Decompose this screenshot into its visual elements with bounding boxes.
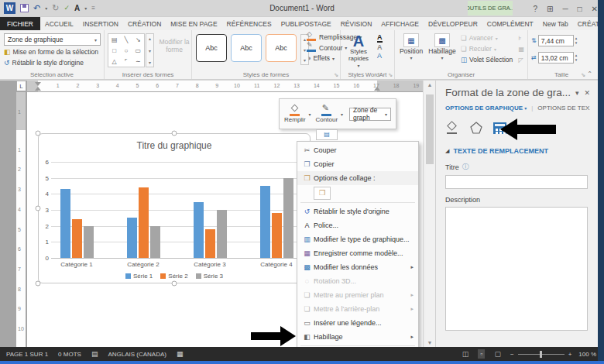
position-button[interactable]: ▦ Position ▾ [398,33,424,60]
mini-toolbar-combo[interactable]: Zone de graph ▾ [349,108,391,121]
menu-item-modifier-le-type-de-graphique[interactable]: ▥Modifier le type de graphique... [297,232,418,246]
scroll-down-icon[interactable]: ▼ [424,340,436,345]
minimize-button[interactable]: ─ [562,5,568,13]
qat-customize-icon[interactable]: ≡ [91,5,95,12]
height-value[interactable]: 7,44 cm [538,35,574,46]
ribbon-tab-révision[interactable]: RÉVISION [336,17,377,30]
effects-pentagon-icon[interactable] [469,121,483,135]
menu-item-copier[interactable]: ❐Copier [297,157,418,171]
vertical-ruler[interactable]: 123456789101 [16,92,26,347]
wordart-qat-icon[interactable]: A [74,5,80,12]
shape-style-1[interactable]: Abc [196,34,227,62]
undo-icon[interactable]: ↶ [33,4,40,12]
chart-element-combo[interactable]: Zone de graphique ▾ [4,33,101,46]
menu-item-r-tablir-le-style-d-origine[interactable]: ↺Rétablir le style d'origine [297,204,418,218]
scroll-up-icon[interactable]: ▴ [149,36,151,41]
ribbon-tab-fichier[interactable]: FICHIER [0,17,40,30]
dialog-launcher-icon[interactable]: ⇘ [581,72,585,78]
scrollbar-thumb[interactable] [426,94,434,164]
scroll-down-icon[interactable]: ▾ [149,48,151,53]
ribbon-tab-new-tab[interactable]: New Tab [538,17,573,30]
width-value[interactable]: 13,02 cm [538,52,574,64]
quick-styles-button[interactable]: A Styles rapides ▾ [343,33,374,68]
menu-item-habillage[interactable]: ◧Habillage▸ [297,330,418,344]
undo-dropdown-icon[interactable]: ▾ [45,5,47,11]
resize-handle-top-left[interactable] [36,131,41,136]
close-button[interactable]: ✕ [592,5,598,13]
ribbon-tab-publipostage[interactable]: PUBLIPOSTAGE [276,17,336,30]
tab-text-options[interactable]: OPTIONS DE TEX... [537,105,590,112]
chevron-down-icon[interactable]: ▾ [341,112,343,117]
ribbon-tab-complément[interactable]: COMPLÉMENT [482,17,538,30]
horizontal-ruler[interactable]: 12345678910111213141516171819 [27,81,423,91]
tab-chart-options[interactable]: OPTIONS DE GRAPHIQUE ▾ [445,105,527,112]
help-button[interactable]: ? [534,5,538,13]
alt-description-input[interactable] [445,207,588,331]
vertical-scrollbar[interactable]: ▲ ▼ [423,81,435,347]
bar-série2-cat2[interactable] [139,187,149,258]
gallery-more-icon[interactable]: ▾ [304,57,306,63]
wordart-qat-dropdown-icon[interactable]: ▾ [84,5,87,11]
zoom-thumb[interactable] [540,351,542,358]
zoom-in-icon[interactable]: + [568,351,572,358]
ribbon-display-button[interactable]: ⊞ [547,5,553,13]
tab-selector[interactable]: L [16,81,26,91]
fill-line-icon[interactable] [445,121,459,135]
pane-close-icon[interactable]: ✕ [584,89,590,97]
restore-button[interactable]: □ [578,5,582,13]
resize-handle-top-center[interactable] [172,131,177,136]
resize-handle-mid-left[interactable] [36,206,41,211]
bar-série1-cat3[interactable] [194,202,204,258]
width-spinner[interactable]: ⇄ 13,02 cm ▴▾ [531,52,577,64]
chart-layout-button[interactable]: ▤ [316,129,338,140]
bar-série2-cat4[interactable] [272,213,282,258]
fill-button[interactable]: Remplir [284,105,306,124]
language-indicator[interactable]: ANGLAIS (CANADA) [108,351,166,358]
read-mode-icon[interactable]: ◫ [460,349,472,359]
textbox-shape-icon[interactable]: ▤ [112,36,118,43]
chart-title[interactable]: Titre du graphique [39,140,310,151]
alt-text-section-header[interactable]: ◢ TEXTE DE REMPLACEMENT [445,147,590,155]
shapes-gallery[interactable]: ▤ ╲ ↘ □ ○ ▭ △ ⌜ ∼ [108,33,145,67]
shapes-gallery-scroll[interactable]: ▴ ▾ ▾ [146,33,154,67]
scroll-up-icon[interactable]: ▲ [424,82,436,88]
zoom-out-icon[interactable]: − [510,351,514,358]
word-count[interactable]: 0 MOTS [58,351,81,358]
menu-item-modifier-les-donn-es[interactable]: ▩Modifier les données▸ [297,260,418,274]
text-outline-icon[interactable]: A [377,43,383,51]
selection-pane-button[interactable]: ◫ Volet Sélection [461,56,513,64]
menu-item-enregistrer-comme-mod-le[interactable]: ▦Enregistrer comme modèle... [297,246,418,260]
dialog-launcher-icon[interactable]: ⇘ [388,72,393,78]
bar-série2-cat1[interactable] [72,219,82,258]
ribbon-tab-insertion[interactable]: INSERTION [78,17,123,30]
oval-shape-icon[interactable]: ○ [125,47,129,54]
bar-série1-cat1[interactable] [60,189,70,258]
gallery-more-icon[interactable]: ▾ [149,60,151,65]
ribbon-tab-création[interactable]: CRÉATION [123,17,166,30]
ribbon-tab-mise-en-page[interactable]: MISE EN PAGE [166,17,221,30]
format-selection-button[interactable]: ◧ Mise en forme de la sélection [4,48,98,56]
menu-item-couper[interactable]: ✂Couper [297,143,418,157]
macro-record-icon[interactable]: ▦ [177,350,184,358]
pane-menu-icon[interactable]: ▾ [575,89,579,97]
resize-handle-bottom-center[interactable] [172,281,177,287]
indent-marker[interactable] [35,87,41,91]
save-icon[interactable] [20,4,29,12]
ribbon-tab-accueil[interactable]: ACCUEIL [40,17,78,30]
zoom-slider[interactable]: − + [510,351,571,358]
menu-item-police[interactable]: APolice... [297,218,418,232]
chart-legend[interactable]: Série 1Série 2Série 3 [39,273,310,280]
collapse-ribbon-icon[interactable]: ⌃ [587,70,592,77]
elbow-shape-icon[interactable]: ⌜ [125,58,128,65]
outline-button[interactable]: ✎ Contour [316,105,338,124]
zoom-level[interactable]: 100 % [578,351,596,358]
shape-style-3[interactable]: Abc [266,34,297,62]
rect-shape-icon[interactable]: □ [112,47,116,54]
ribbon-tab-références[interactable]: RÉFÉRENCES [222,17,276,30]
line-shape-icon[interactable]: ╲ [125,36,129,43]
indent-marker[interactable] [35,82,41,86]
bar-série1-cat4[interactable] [260,186,270,258]
curve-shape-icon[interactable]: ∼ [136,58,141,65]
bar-série1-cat2[interactable] [127,218,137,258]
paste-option-button[interactable]: ❒ [314,187,331,200]
